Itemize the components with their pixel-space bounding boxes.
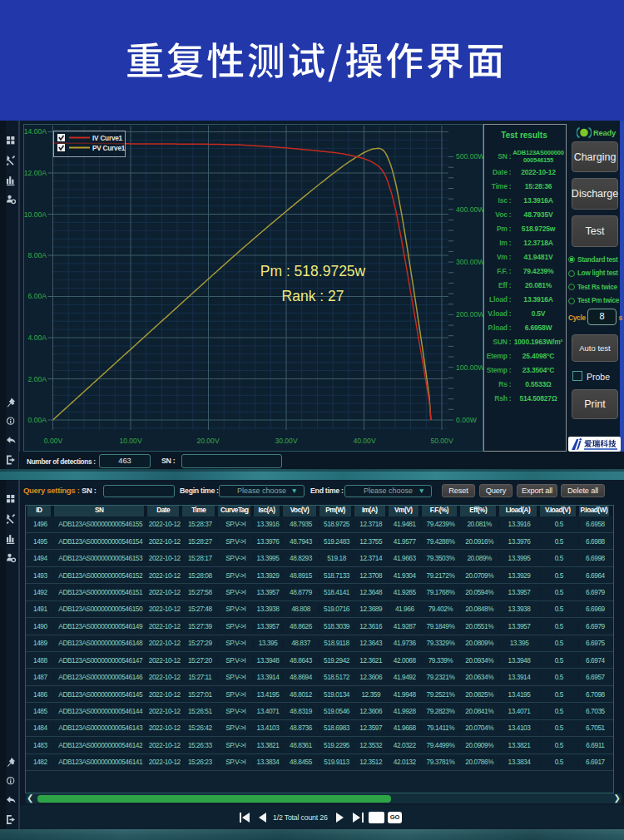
svg-text:40.00V: 40.00V: [353, 437, 376, 445]
svg-text:30.00V: 30.00V: [275, 437, 298, 445]
svg-text:IV Curve1: IV Curve1: [92, 135, 123, 142]
svg-text:50.00V: 50.00V: [430, 437, 453, 445]
svg-text:200.00W: 200.00W: [456, 310, 483, 319]
svg-text:12.00A: 12.00A: [24, 169, 47, 177]
svg-text:PV Curve1: PV Curve1: [92, 145, 126, 152]
svg-text:2.00A: 2.00A: [28, 375, 47, 383]
svg-text:500.00W: 500.00W: [456, 152, 483, 161]
svg-text:Rank : 27: Rank : 27: [282, 288, 344, 304]
svg-text:0.00W: 0.00W: [456, 416, 478, 424]
svg-text:10.00A: 10.00A: [24, 210, 47, 219]
svg-text:100.00W: 100.00W: [456, 363, 483, 372]
svg-text:14.00A: 14.00A: [24, 127, 47, 136]
svg-text:300.00W: 300.00W: [456, 258, 483, 266]
svg-text:0.00V: 0.00V: [44, 437, 63, 445]
svg-text:6.00A: 6.00A: [28, 292, 47, 300]
svg-text:8.00A: 8.00A: [28, 251, 47, 259]
svg-text:Pm : 518.9725w: Pm : 518.9725w: [260, 263, 366, 279]
svg-text:10.00V: 10.00V: [119, 437, 142, 445]
svg-text:4.00A: 4.00A: [28, 334, 47, 342]
svg-text:0.00A: 0.00A: [28, 416, 47, 424]
svg-text:20.00V: 20.00V: [196, 437, 220, 445]
svg-text:400.00W: 400.00W: [456, 205, 483, 214]
